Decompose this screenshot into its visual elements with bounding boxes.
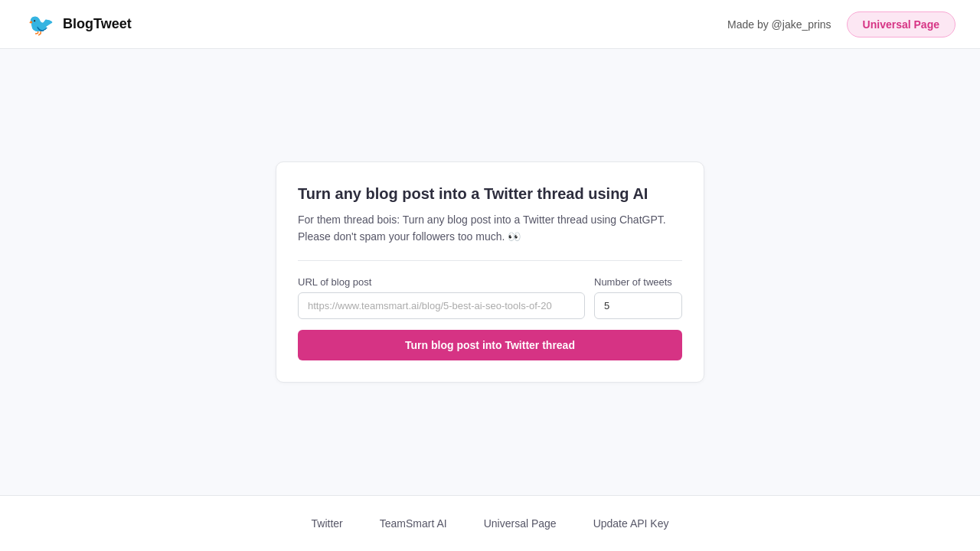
footer: TwitterTeamSmart AIUniversal PageUpdate … [0, 495, 980, 551]
footer-link-universal-page[interactable]: Universal Page [466, 517, 575, 530]
card-title: Turn any blog post into a Twitter thread… [298, 184, 682, 204]
url-form-group: URL of blog post [298, 276, 585, 319]
card-description: For them thread bois: Turn any blog post… [298, 211, 682, 262]
tweets-form-group: Number of tweets [594, 276, 682, 319]
logo-icon: 🐦 [24, 9, 55, 40]
footer-link-teamsmart-ai[interactable]: TeamSmart AI [361, 517, 466, 530]
svg-text:🐦: 🐦 [28, 12, 54, 37]
logo-text: BlogTweet [63, 16, 132, 32]
header-left: 🐦 BlogTweet [24, 9, 132, 40]
made-by-text: Made by @jake_prins [727, 18, 831, 31]
main-card: Turn any blog post into a Twitter thread… [276, 161, 704, 383]
footer-link-twitter[interactable]: Twitter [293, 517, 361, 530]
main-content: Turn any blog post into a Twitter thread… [0, 49, 980, 495]
header-right: Made by @jake_prins Universal Page [727, 11, 956, 37]
footer-link-update-api-key[interactable]: Update API Key [575, 517, 688, 530]
tweets-label: Number of tweets [594, 276, 682, 288]
tweets-input[interactable] [594, 292, 682, 319]
form-row: URL of blog post Number of tweets [298, 276, 682, 319]
url-input[interactable] [298, 292, 585, 319]
universal-page-button[interactable]: Universal Page [847, 11, 956, 37]
submit-button[interactable]: Turn blog post into Twitter thread [298, 330, 682, 360]
header: 🐦 BlogTweet Made by @jake_prins Universa… [0, 0, 980, 49]
url-label: URL of blog post [298, 276, 585, 288]
